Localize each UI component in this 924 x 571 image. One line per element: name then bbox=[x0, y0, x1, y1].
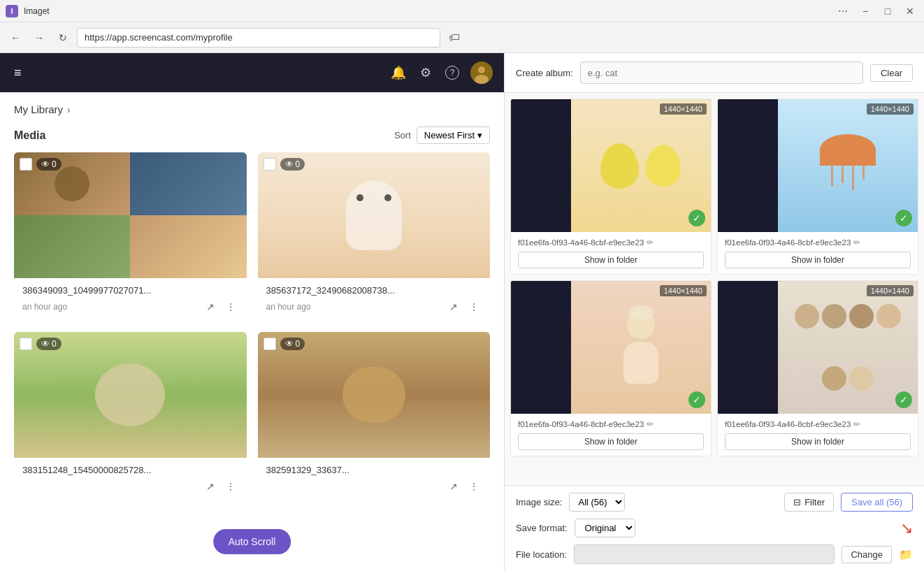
title-bar: I Imaget ⋯ − □ ✕ bbox=[0, 0, 924, 22]
thumb-image: 1440×1440 ✓ bbox=[718, 99, 918, 232]
gear-icon: ⚙ bbox=[420, 65, 431, 80]
thumbnail-card[interactable]: 1440×1440 ✓ f01ee6fa-0f93-4a46-8cbf-e9ec… bbox=[717, 99, 918, 275]
thumbnail-card[interactable]: 1440×1440 ✓ f01ee6fa-0f93-4a46-8cbf-e9ec… bbox=[717, 280, 918, 456]
main-layout: ≡ 🔔 ⚙ ? bbox=[0, 53, 924, 571]
share-button[interactable]: ↗ bbox=[203, 479, 217, 493]
my-library-link[interactable]: My Library bbox=[14, 103, 63, 115]
view-count: 0 bbox=[296, 339, 301, 349]
more-button[interactable]: ⋮ bbox=[466, 300, 482, 314]
ghost-image bbox=[258, 152, 491, 278]
eye-icon: 👁 bbox=[285, 339, 294, 349]
media-title: Media bbox=[14, 129, 45, 142]
check-icon: ✓ bbox=[900, 212, 908, 224]
browse-folder-button[interactable]: 📁 bbox=[899, 548, 913, 561]
card-name: 383151248_15450000825728... bbox=[22, 465, 238, 475]
check-icon: ✓ bbox=[693, 394, 701, 405]
media-card[interactable]: 👁 0 385637172_32490682008738... an hour … bbox=[258, 152, 491, 321]
thumb-info: f01ee6fa-0f93-4a46-8cbf-e9ec3e23 ✏ Show … bbox=[511, 232, 711, 274]
card-actions: ↗ ⋮ bbox=[447, 300, 482, 314]
thumb-info: f01ee6fa-0f93-4a46-8cbf-e9ec3e23 ✏ Show … bbox=[718, 232, 918, 274]
edit-icon[interactable]: ✏ bbox=[853, 238, 860, 247]
edit-icon[interactable]: ✏ bbox=[853, 419, 860, 429]
card-checkbox[interactable] bbox=[20, 158, 32, 171]
thumb-filename: f01ee6fa-0f93-4a46-8cbf-e9ec3e23 ✏ bbox=[725, 238, 911, 247]
thumb-filename: f01ee6fa-0f93-4a46-8cbf-e9ec3e23 ✏ bbox=[518, 419, 704, 429]
clear-button[interactable]: Clear bbox=[870, 64, 913, 82]
edit-icon[interactable]: ✏ bbox=[647, 419, 654, 429]
show-folder-button[interactable]: Show in folder bbox=[725, 252, 911, 268]
help-icon: ? bbox=[445, 66, 459, 80]
show-folder-button[interactable]: Show in folder bbox=[518, 252, 704, 268]
edit-icon[interactable]: ✏ bbox=[647, 238, 654, 247]
card-info: 382591329_33637... ↗ ⋮ bbox=[258, 458, 491, 500]
close-button[interactable]: ✕ bbox=[902, 4, 918, 18]
more-button[interactable]: ⋮ bbox=[223, 479, 238, 493]
thumb-dimensions: 1440×1440 bbox=[660, 103, 707, 115]
media-card[interactable]: 👁 0 382591329_33637... ↗ ⋮ bbox=[258, 332, 491, 500]
breadcrumb: My Library › bbox=[0, 92, 504, 121]
check-overlay: ✓ bbox=[895, 391, 912, 408]
file-location-row: File location: Change 📁 bbox=[516, 544, 913, 564]
eye-icon: 👁 bbox=[285, 159, 294, 169]
breadcrumb-arrow: › bbox=[67, 104, 71, 115]
sort-section: Sort Newest First ▾ bbox=[394, 127, 490, 144]
album-name-input[interactable] bbox=[580, 62, 863, 84]
card-checkbox[interactable] bbox=[20, 338, 32, 350]
save-all-button[interactable]: Save all (56) bbox=[841, 493, 913, 512]
card-views: 👁 0 bbox=[280, 158, 305, 171]
card-name: 385637172_32490682008738... bbox=[266, 285, 482, 296]
image-size-label: Image size: bbox=[516, 497, 562, 507]
more-button[interactable]: ⋮ bbox=[223, 300, 238, 314]
menu-button[interactable]: ⋯ bbox=[835, 4, 851, 18]
thumb-image: 1440×1440 ✓ bbox=[511, 99, 711, 232]
show-folder-button[interactable]: Show in folder bbox=[518, 433, 704, 450]
share-button[interactable]: ↗ bbox=[203, 300, 217, 314]
maximize-button[interactable]: □ bbox=[879, 4, 896, 18]
save-format-select[interactable]: Original bbox=[575, 519, 635, 537]
settings-button[interactable]: ⚙ bbox=[417, 62, 434, 83]
card-views: 👁 0 bbox=[36, 338, 62, 350]
thumbnail-card[interactable]: 1440×1440 ✓ f01ee6fa-0f93-4a46-8cbf-e9ec… bbox=[510, 280, 712, 456]
card-name: 382591329_33637... bbox=[266, 465, 482, 475]
minimize-button[interactable]: − bbox=[857, 4, 874, 18]
help-button[interactable]: ? bbox=[442, 63, 462, 82]
auto-scroll-button[interactable]: Auto Scroll bbox=[213, 529, 291, 554]
change-button[interactable]: Change bbox=[842, 546, 892, 563]
window-title: Imaget bbox=[24, 6, 424, 16]
card-checkbox[interactable] bbox=[264, 158, 276, 171]
more-button[interactable]: ⋮ bbox=[466, 479, 482, 493]
card-thumbnail: 👁 0 bbox=[258, 152, 491, 278]
share-button[interactable]: ↗ bbox=[447, 479, 461, 493]
image-size-select[interactable]: All (56) bbox=[569, 493, 625, 512]
thumb-image: 1440×1440 ✓ bbox=[511, 281, 711, 414]
card-thumbnail: 👁 0 bbox=[14, 332, 247, 458]
sort-value: Newest First bbox=[424, 130, 475, 140]
card-actions: ↗ ⋮ bbox=[447, 479, 482, 493]
sort-dropdown[interactable]: Newest First ▾ bbox=[417, 127, 490, 144]
thumbnail-card[interactable]: 1440×1440 ✓ f01ee6fa-0f93-4a46-8cbf-e9ec… bbox=[510, 99, 712, 275]
thumb-filename: f01ee6fa-0f93-4a46-8cbf-e9ec3e23 ✏ bbox=[518, 238, 704, 247]
card-footer: an hour ago ↗ ⋮ bbox=[22, 300, 238, 314]
card-overlay: 👁 0 bbox=[20, 158, 62, 171]
media-toolbar: Media Sort Newest First ▾ bbox=[0, 121, 504, 152]
media-card[interactable]: 👁 0 383151248_15450000825728... ↗ ⋮ bbox=[14, 332, 247, 500]
raccoon-image bbox=[14, 332, 247, 458]
share-button[interactable]: ↗ bbox=[447, 300, 461, 314]
image-grid: 👁 0 386349093_10499977027071... an hour … bbox=[0, 152, 504, 571]
thumb-info: f01ee6fa-0f93-4a46-8cbf-e9ec3e23 ✏ Show … bbox=[511, 414, 711, 456]
filter-button[interactable]: ⊟ Filter bbox=[784, 493, 834, 512]
media-card[interactable]: 👁 0 386349093_10499977027071... an hour … bbox=[14, 152, 247, 321]
address-bar[interactable] bbox=[77, 28, 440, 48]
notifications-button[interactable]: 🔔 bbox=[388, 62, 409, 83]
bookmark-button[interactable]: 🏷 bbox=[445, 28, 464, 48]
refresh-button[interactable]: ↻ bbox=[53, 28, 73, 48]
avatar[interactable] bbox=[470, 62, 493, 84]
file-location-display bbox=[574, 544, 835, 564]
show-folder-button[interactable]: Show in folder bbox=[725, 433, 911, 450]
forward-button[interactable]: → bbox=[29, 28, 49, 48]
hamburger-button[interactable]: ≡ bbox=[11, 63, 24, 83]
card-checkbox[interactable] bbox=[264, 338, 276, 350]
back-button[interactable]: ← bbox=[6, 28, 25, 48]
save-format-row: Save format: Original ↘ bbox=[516, 519, 913, 537]
image-size-row: Image size: All (56) ⊟ Filter Save all (… bbox=[516, 493, 913, 512]
